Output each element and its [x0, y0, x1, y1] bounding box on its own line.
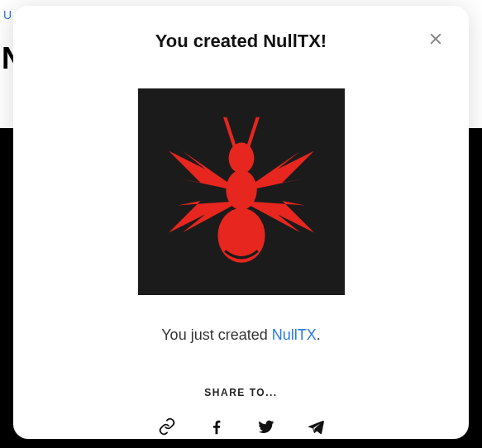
facebook-icon [208, 417, 226, 436]
modal-title: You created NullTX! [13, 31, 469, 52]
ant-lightning-icon [150, 101, 332, 283]
share-facebook-button[interactable] [205, 415, 228, 438]
background-link-fragment: U [3, 8, 12, 21]
share-telegram-button[interactable] [304, 415, 327, 438]
creation-modal: You created NullTX! [13, 6, 469, 439]
share-link-button[interactable] [155, 415, 179, 438]
svg-point-8 [228, 143, 254, 174]
modal-subtitle: You just created NullTX. [13, 326, 469, 344]
svg-point-9 [226, 170, 256, 210]
share-twitter-button[interactable] [255, 415, 278, 438]
subtitle-prefix: You just created [161, 326, 271, 343]
svg-point-10 [217, 208, 265, 263]
link-icon [158, 417, 176, 436]
page-backdrop: U N You created NullTX! [0, 0, 482, 448]
subtitle-suffix: . [317, 326, 321, 343]
twitter-icon [257, 417, 275, 436]
creation-artwork [138, 88, 345, 295]
share-label: SHARE TO... [13, 387, 469, 398]
subtitle-link[interactable]: NullTX [272, 326, 317, 343]
close-icon [428, 31, 443, 46]
telegram-icon [307, 417, 325, 436]
share-row [13, 415, 469, 438]
close-button[interactable] [424, 27, 447, 50]
